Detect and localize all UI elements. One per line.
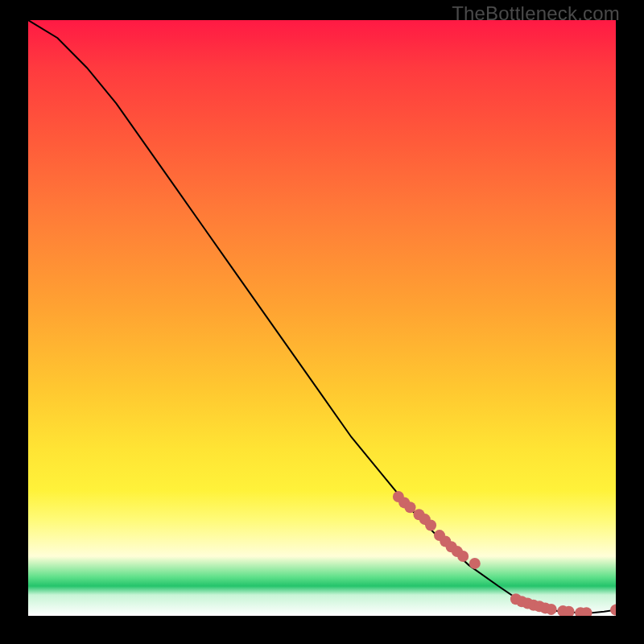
marker-group bbox=[393, 491, 616, 616]
marker-point bbox=[405, 502, 416, 513]
curve-line bbox=[28, 20, 616, 613]
chart-svg bbox=[28, 20, 616, 616]
marker-point bbox=[546, 604, 557, 615]
marker-point bbox=[469, 558, 481, 569]
chart-container: TheBottleneck.com bbox=[0, 0, 644, 644]
marker-point bbox=[457, 551, 469, 562]
plot-area bbox=[28, 20, 616, 616]
marker-point bbox=[425, 520, 436, 531]
marker-point bbox=[610, 605, 616, 616]
